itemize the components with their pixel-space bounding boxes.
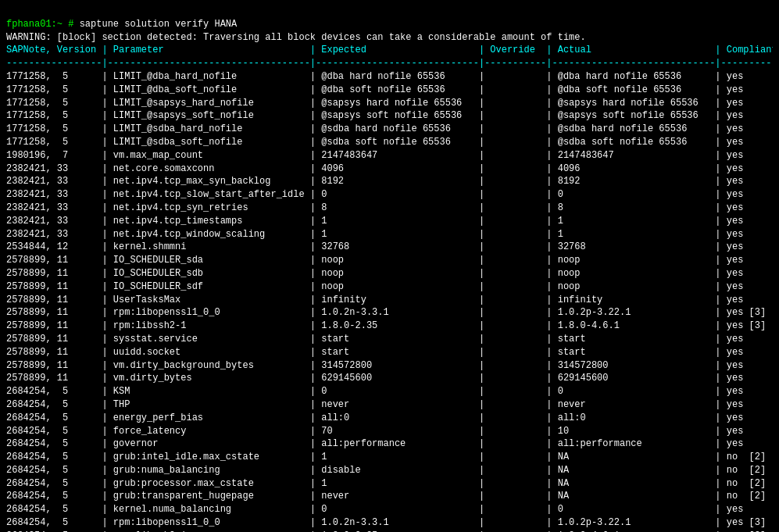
table-row: 2578899, 11 | UserTasksMax | infinity | … — [6, 295, 743, 305]
table-row: 2684254, 5 | grub:intel_idle.max_cstate … — [6, 452, 773, 462]
prompt: fphana01:~ # — [6, 19, 80, 30]
table-divider: -----------------|----------------------… — [6, 58, 773, 69]
table-row: 2578899, 11 | rpm:libssh2-1 | 1.8.0-2.35… — [6, 320, 766, 331]
table-row: 2578899, 11 | uuidd.socket | start | | s… — [6, 347, 743, 358]
table-row: 2578899, 11 | IO_SCHEDULER_sdf | noop | … — [6, 281, 743, 292]
table-row: 1771258, 5 | LIMIT_@dba_soft_nofile | @d… — [6, 84, 743, 95]
table-row: 2684254, 5 | kernel.numa_balancing | 0 |… — [6, 504, 743, 515]
table-row: 1771258, 5 | LIMIT_@sapsys_soft_nofile |… — [6, 110, 743, 121]
table-row: 2382421, 33 | net.ipv4.tcp_timestamps | … — [6, 216, 743, 227]
table-row: 1771258, 5 | LIMIT_@sapsys_hard_nofile |… — [6, 98, 743, 109]
table-row: 2684254, 5 | KSM | 0 | | 0 | yes — [6, 386, 743, 397]
table-row: 2382421, 33 | net.core.somaxconn | 4096 … — [6, 163, 743, 174]
table-row: 2382421, 33 | net.ipv4.tcp_syn_retries |… — [6, 202, 743, 213]
table-row: 2382421, 33 | net.ipv4.tcp_max_syn_backl… — [6, 176, 743, 187]
terminal-window: fphana01:~ # saptune solution verify HAN… — [6, 5, 773, 532]
table-row: 1771258, 5 | LIMIT_@sdba_soft_nofile | @… — [6, 137, 743, 148]
table-row: 2684254, 5 | energy_perf_bias | all:0 | … — [6, 412, 743, 423]
table-body: 1771258, 5 | LIMIT_@dba_hard_nofile | @d… — [6, 70, 773, 532]
table-row: 2684254, 5 | THP | never | | never | yes — [6, 399, 743, 410]
table-row: 2684254, 5 | grub:numa_balancing | disab… — [6, 465, 773, 476]
table-row: 2578899, 11 | IO_SCHEDULER_sdb | noop | … — [6, 268, 743, 279]
table-row: 2578899, 11 | vm.dirty_bytes | 629145600… — [6, 373, 743, 384]
table-row: 1980196, 7 | vm.max_map_count | 21474836… — [6, 150, 743, 161]
table-row: 2684254, 5 | rpm:libopenssl1_0_0 | 1.0.2… — [6, 517, 766, 528]
table-row: 2382421, 33 | net.ipv4.tcp_window_scalin… — [6, 229, 743, 240]
table-row: 2534844, 12 | kernel.shmmni | 32768 | | … — [6, 241, 743, 252]
table-row: 2578899, 11 | vm.dirty_background_bytes … — [6, 360, 743, 371]
table-row: 2578899, 11 | IO_SCHEDULER_sda | noop | … — [6, 255, 743, 266]
table-row: 1771258, 5 | LIMIT_@dba_hard_nofile | @d… — [6, 71, 743, 82]
table-row: 2382421, 33 | net.ipv4.tcp_slow_start_af… — [6, 189, 743, 200]
table-row: 2578899, 11 | rpm:libopenssl1_0_0 | 1.0.… — [6, 307, 766, 318]
table-row: 1771258, 5 | LIMIT_@sdba_hard_nofile | @… — [6, 123, 743, 134]
table-row: 2578899, 11 | sysstat.service | start | … — [6, 334, 743, 345]
warning-line: WARNING: [block] section detected: Trave… — [6, 32, 586, 43]
table-row: 2684254, 5 | force_latency | 70 | | 10 |… — [6, 426, 743, 437]
table-row: 2684254, 5 | grub:processor.max_cstate |… — [6, 478, 773, 489]
table-row: 2684254, 5 | governor | all:performance … — [6, 438, 743, 449]
table-header: SAPNote, Version | Parameter | Expected … — [6, 45, 773, 55]
command: saptune solution verify HANA — [80, 19, 238, 30]
table-row: 2684254, 5 | grub:transparent_hugepage |… — [6, 491, 773, 502]
